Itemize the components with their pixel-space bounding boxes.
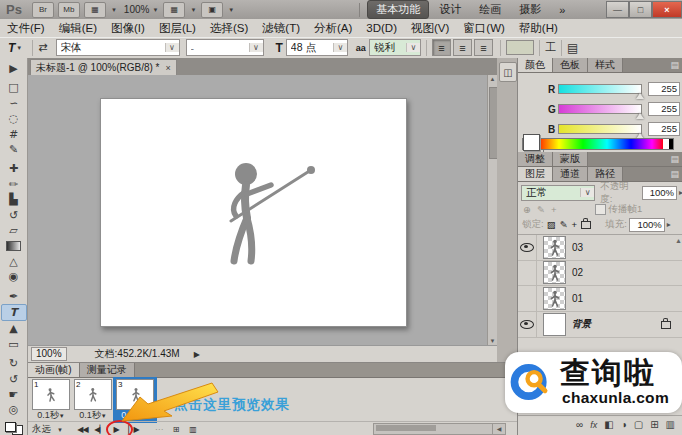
panel-menu-icon[interactable]: ▤ — [670, 58, 682, 72]
visibility-toggle[interactable] — [518, 286, 537, 311]
color-spectrum-ramp[interactable] — [522, 138, 674, 150]
animation-frame-1[interactable]: 1 0.1秒▼ — [31, 379, 71, 421]
layer-mask-icon[interactable]: ◧ — [604, 419, 613, 430]
scroll-up-icon[interactable]: ▲ — [488, 75, 497, 84]
visibility-toggle[interactable] — [518, 312, 537, 337]
3d-rotate-tool[interactable]: ↻ — [2, 356, 26, 371]
arrange-documents-icon[interactable]: ▦ — [163, 2, 185, 18]
frame-delay[interactable]: 0.1秒▼ — [73, 410, 113, 421]
red-slider-thumb[interactable] — [636, 93, 644, 99]
layer-row-03[interactable]: 03 ▲ — [518, 234, 682, 261]
font-family-select[interactable]: 宋体 ∨ — [56, 39, 180, 56]
3d-orbit-tool[interactable]: ↺ — [2, 372, 26, 387]
green-value[interactable]: 255 — [648, 102, 680, 116]
bridge-icon[interactable]: Br — [32, 2, 54, 18]
foreground-color-swatch[interactable] — [523, 134, 540, 151]
tween-button[interactable]: ⋯ — [150, 425, 167, 434]
view-extras-icon[interactable]: ▦ — [84, 2, 106, 18]
screen-mode-caret-icon[interactable]: ▼ — [228, 7, 234, 13]
type-tool[interactable]: T — [1, 304, 27, 321]
layer-row-background[interactable]: 背景 — [518, 312, 682, 338]
eyedropper-tool[interactable]: ✎ — [2, 142, 26, 157]
layer-name[interactable]: 02 — [572, 267, 583, 278]
blue-value[interactable]: 255 — [648, 122, 680, 136]
red-slider[interactable] — [558, 84, 642, 94]
menu-file[interactable]: 文件(F) — [0, 21, 52, 36]
unify-visibility-icon[interactable]: ✎ — [537, 204, 545, 215]
layer-name[interactable]: 01 — [572, 293, 583, 304]
text-color-swatch[interactable] — [506, 40, 534, 55]
panel-menu-icon[interactable]: ▤ — [670, 152, 682, 166]
status-expand-icon[interactable]: ▶ — [194, 350, 200, 359]
red-value[interactable]: 255 — [648, 82, 680, 96]
menu-image[interactable]: 图像(I) — [104, 21, 152, 36]
path-selection-tool[interactable]: ▲ — [2, 321, 26, 336]
blur-tool[interactable]: △ — [2, 254, 26, 269]
collapsed-panel-icon[interactable]: ◫ — [499, 62, 517, 82]
tab-layers[interactable]: 图层 — [518, 167, 553, 181]
black-swatch[interactable] — [669, 139, 673, 149]
align-left-button[interactable]: ≡ — [432, 39, 451, 56]
arrange-caret-icon[interactable]: ▼ — [190, 7, 196, 13]
green-slider[interactable] — [558, 104, 642, 114]
fill-spinner-icon[interactable]: ▸ — [667, 220, 671, 229]
foreground-color-swatch[interactable] — [5, 422, 16, 432]
history-brush-tool[interactable]: ↺ — [2, 208, 26, 223]
workspace-photo-button[interactable]: 摄影 — [511, 1, 549, 18]
blue-slider[interactable] — [558, 124, 642, 134]
zoom-tool[interactable]: ◎ — [2, 402, 26, 417]
layer-thumbnail[interactable] — [543, 287, 566, 310]
dodge-tool[interactable]: ◉ — [2, 269, 26, 284]
tab-styles[interactable]: 样式 — [588, 58, 623, 72]
font-style-select[interactable]: - ∨ — [186, 39, 264, 56]
align-center-button[interactable]: ≡ — [453, 39, 472, 56]
anti-alias-select[interactable]: 锐利 ∨ — [369, 39, 421, 56]
unify-style-icon[interactable]: + — [551, 204, 557, 215]
scroll-right-icon[interactable]: ◀ — [492, 423, 506, 435]
move-tool[interactable]: ▶ — [2, 61, 26, 76]
layer-row-01[interactable]: 01 — [518, 286, 682, 312]
minimize-button[interactable]: — — [606, 1, 629, 18]
hand-tool[interactable]: ☛ — [2, 387, 26, 402]
menu-layer[interactable]: 图层(L) — [152, 21, 203, 36]
link-layers-icon[interactable]: ∞ — [576, 419, 583, 430]
menu-window[interactable]: 窗口(W) — [456, 21, 512, 36]
toggle-panels-icon[interactable]: ▤ — [567, 41, 578, 55]
visibility-toggle[interactable] — [518, 235, 537, 260]
animation-frame-2[interactable]: 2 0.1秒▼ — [73, 379, 113, 421]
tab-measurement-log[interactable]: 测量记录 — [80, 363, 135, 377]
lock-pixels-icon[interactable]: ✎ — [560, 219, 568, 230]
warp-text-icon[interactable]: 工 — [545, 40, 556, 55]
blend-mode-select[interactable]: 正常 ∨ — [521, 185, 595, 201]
lock-transparency-icon[interactable]: ▨ — [547, 219, 556, 230]
panel-menu-icon[interactable]: ▤ — [670, 167, 682, 181]
shape-tool[interactable]: ▭ — [2, 337, 26, 352]
menu-edit[interactable]: 编辑(E) — [52, 21, 104, 36]
clone-stamp-tool[interactable]: ▙ — [2, 192, 26, 207]
menu-help[interactable]: 帮助(H) — [512, 21, 565, 36]
workspace-essentials-button[interactable]: 基本功能 — [367, 0, 429, 19]
new-group-icon[interactable]: ▢ — [634, 419, 643, 430]
layer-name[interactable]: 背景 — [572, 318, 591, 331]
document-tab[interactable]: 未标题-1 @ 100%(RGB/8) * × — [30, 59, 177, 76]
menu-analysis[interactable]: 分析(A) — [307, 21, 359, 36]
screen-mode-icon[interactable]: ▣ — [201, 2, 223, 18]
eraser-tool[interactable]: ▱ — [2, 223, 26, 238]
menu-filter[interactable]: 滤镜(T) — [255, 21, 307, 36]
align-right-button[interactable]: ≡ — [474, 39, 493, 56]
delete-layer-icon[interactable]: ▥ — [666, 419, 675, 430]
close-button[interactable]: × — [652, 1, 682, 18]
gradient-tool[interactable] — [2, 238, 26, 253]
marquee-tool[interactable]: □ — [2, 80, 26, 95]
text-orientation-icon[interactable]: ⇄ — [38, 41, 47, 54]
vertical-scrollbar[interactable]: ▲ ▼ — [487, 75, 497, 346]
tab-animation-frames[interactable]: 动画(帧) — [28, 363, 80, 377]
close-icon[interactable]: × — [166, 63, 171, 73]
menu-3d[interactable]: 3D(D) — [359, 22, 404, 34]
tab-masks[interactable]: 蒙版 — [553, 152, 588, 166]
view-extras-caret-icon[interactable]: ▼ — [111, 7, 117, 13]
font-size-select[interactable]: 48 点 ∨ — [286, 39, 348, 56]
crop-tool[interactable]: # — [2, 127, 26, 142]
layer-name[interactable]: 03 — [572, 242, 583, 253]
tab-swatches[interactable]: 色板 — [553, 58, 588, 72]
